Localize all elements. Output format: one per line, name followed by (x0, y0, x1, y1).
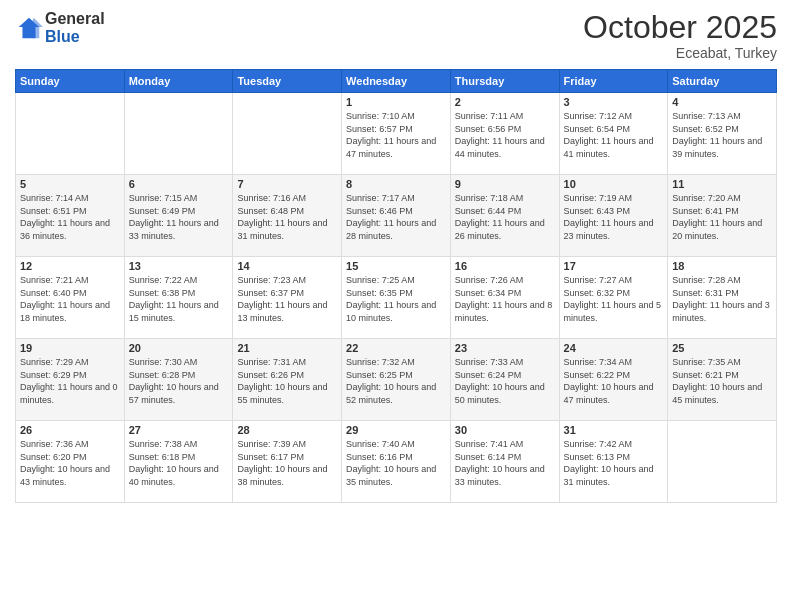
calendar-cell: 15Sunrise: 7:25 AM Sunset: 6:35 PM Dayli… (342, 257, 451, 339)
day-number: 17 (564, 260, 664, 272)
day-number: 21 (237, 342, 337, 354)
day-info: Sunrise: 7:31 AM Sunset: 6:26 PM Dayligh… (237, 356, 337, 406)
day-number: 1 (346, 96, 446, 108)
weekday-header-saturday: Saturday (668, 70, 777, 93)
day-number: 19 (20, 342, 120, 354)
logo: General Blue (15, 10, 105, 45)
day-info: Sunrise: 7:13 AM Sunset: 6:52 PM Dayligh… (672, 110, 772, 160)
calendar-cell: 30Sunrise: 7:41 AM Sunset: 6:14 PM Dayli… (450, 421, 559, 503)
day-info: Sunrise: 7:18 AM Sunset: 6:44 PM Dayligh… (455, 192, 555, 242)
day-number: 6 (129, 178, 229, 190)
day-number: 4 (672, 96, 772, 108)
calendar-cell: 9Sunrise: 7:18 AM Sunset: 6:44 PM Daylig… (450, 175, 559, 257)
day-info: Sunrise: 7:26 AM Sunset: 6:34 PM Dayligh… (455, 274, 555, 324)
day-number: 28 (237, 424, 337, 436)
day-info: Sunrise: 7:16 AM Sunset: 6:48 PM Dayligh… (237, 192, 337, 242)
weekday-header-row: SundayMondayTuesdayWednesdayThursdayFrid… (16, 70, 777, 93)
calendar-week-row: 1Sunrise: 7:10 AM Sunset: 6:57 PM Daylig… (16, 93, 777, 175)
generalblue-logo-icon (15, 14, 43, 42)
day-number: 31 (564, 424, 664, 436)
calendar-cell: 17Sunrise: 7:27 AM Sunset: 6:32 PM Dayli… (559, 257, 668, 339)
day-info: Sunrise: 7:33 AM Sunset: 6:24 PM Dayligh… (455, 356, 555, 406)
calendar-week-row: 5Sunrise: 7:14 AM Sunset: 6:51 PM Daylig… (16, 175, 777, 257)
day-info: Sunrise: 7:36 AM Sunset: 6:20 PM Dayligh… (20, 438, 120, 488)
calendar-cell: 14Sunrise: 7:23 AM Sunset: 6:37 PM Dayli… (233, 257, 342, 339)
day-number: 5 (20, 178, 120, 190)
day-info: Sunrise: 7:22 AM Sunset: 6:38 PM Dayligh… (129, 274, 229, 324)
calendar-cell: 10Sunrise: 7:19 AM Sunset: 6:43 PM Dayli… (559, 175, 668, 257)
day-info: Sunrise: 7:19 AM Sunset: 6:43 PM Dayligh… (564, 192, 664, 242)
month-title: October 2025 (583, 10, 777, 45)
day-number: 25 (672, 342, 772, 354)
day-info: Sunrise: 7:34 AM Sunset: 6:22 PM Dayligh… (564, 356, 664, 406)
day-info: Sunrise: 7:32 AM Sunset: 6:25 PM Dayligh… (346, 356, 446, 406)
day-info: Sunrise: 7:42 AM Sunset: 6:13 PM Dayligh… (564, 438, 664, 488)
day-info: Sunrise: 7:10 AM Sunset: 6:57 PM Dayligh… (346, 110, 446, 160)
calendar-cell: 7Sunrise: 7:16 AM Sunset: 6:48 PM Daylig… (233, 175, 342, 257)
calendar-cell: 21Sunrise: 7:31 AM Sunset: 6:26 PM Dayli… (233, 339, 342, 421)
logo-general: General (45, 10, 105, 28)
day-number: 20 (129, 342, 229, 354)
day-number: 14 (237, 260, 337, 272)
calendar-cell: 8Sunrise: 7:17 AM Sunset: 6:46 PM Daylig… (342, 175, 451, 257)
calendar-cell: 22Sunrise: 7:32 AM Sunset: 6:25 PM Dayli… (342, 339, 451, 421)
calendar-cell: 11Sunrise: 7:20 AM Sunset: 6:41 PM Dayli… (668, 175, 777, 257)
day-number: 29 (346, 424, 446, 436)
day-info: Sunrise: 7:35 AM Sunset: 6:21 PM Dayligh… (672, 356, 772, 406)
day-number: 30 (455, 424, 555, 436)
day-info: Sunrise: 7:14 AM Sunset: 6:51 PM Dayligh… (20, 192, 120, 242)
day-number: 18 (672, 260, 772, 272)
calendar-cell (668, 421, 777, 503)
calendar-cell: 23Sunrise: 7:33 AM Sunset: 6:24 PM Dayli… (450, 339, 559, 421)
day-info: Sunrise: 7:29 AM Sunset: 6:29 PM Dayligh… (20, 356, 120, 406)
day-number: 10 (564, 178, 664, 190)
day-info: Sunrise: 7:17 AM Sunset: 6:46 PM Dayligh… (346, 192, 446, 242)
calendar-cell (124, 93, 233, 175)
day-number: 2 (455, 96, 555, 108)
day-info: Sunrise: 7:39 AM Sunset: 6:17 PM Dayligh… (237, 438, 337, 488)
calendar-cell: 26Sunrise: 7:36 AM Sunset: 6:20 PM Dayli… (16, 421, 125, 503)
weekday-header-wednesday: Wednesday (342, 70, 451, 93)
page: General Blue October 2025 Eceabat, Turke… (0, 0, 792, 612)
day-info: Sunrise: 7:23 AM Sunset: 6:37 PM Dayligh… (237, 274, 337, 324)
weekday-header-friday: Friday (559, 70, 668, 93)
calendar-cell: 13Sunrise: 7:22 AM Sunset: 6:38 PM Dayli… (124, 257, 233, 339)
day-info: Sunrise: 7:11 AM Sunset: 6:56 PM Dayligh… (455, 110, 555, 160)
day-info: Sunrise: 7:25 AM Sunset: 6:35 PM Dayligh… (346, 274, 446, 324)
weekday-header-tuesday: Tuesday (233, 70, 342, 93)
calendar-cell: 18Sunrise: 7:28 AM Sunset: 6:31 PM Dayli… (668, 257, 777, 339)
day-info: Sunrise: 7:27 AM Sunset: 6:32 PM Dayligh… (564, 274, 664, 324)
calendar-cell: 24Sunrise: 7:34 AM Sunset: 6:22 PM Dayli… (559, 339, 668, 421)
day-number: 24 (564, 342, 664, 354)
header: General Blue October 2025 Eceabat, Turke… (15, 10, 777, 61)
calendar-table: SundayMondayTuesdayWednesdayThursdayFrid… (15, 69, 777, 503)
calendar-cell: 27Sunrise: 7:38 AM Sunset: 6:18 PM Dayli… (124, 421, 233, 503)
calendar-cell: 1Sunrise: 7:10 AM Sunset: 6:57 PM Daylig… (342, 93, 451, 175)
day-number: 15 (346, 260, 446, 272)
calendar-cell: 12Sunrise: 7:21 AM Sunset: 6:40 PM Dayli… (16, 257, 125, 339)
calendar-cell: 16Sunrise: 7:26 AM Sunset: 6:34 PM Dayli… (450, 257, 559, 339)
day-info: Sunrise: 7:20 AM Sunset: 6:41 PM Dayligh… (672, 192, 772, 242)
day-number: 3 (564, 96, 664, 108)
weekday-header-thursday: Thursday (450, 70, 559, 93)
calendar-cell: 31Sunrise: 7:42 AM Sunset: 6:13 PM Dayli… (559, 421, 668, 503)
calendar-cell: 3Sunrise: 7:12 AM Sunset: 6:54 PM Daylig… (559, 93, 668, 175)
calendar-cell: 5Sunrise: 7:14 AM Sunset: 6:51 PM Daylig… (16, 175, 125, 257)
title-block: October 2025 Eceabat, Turkey (583, 10, 777, 61)
logo-blue: Blue (45, 28, 105, 46)
calendar-cell (16, 93, 125, 175)
day-number: 7 (237, 178, 337, 190)
location-subtitle: Eceabat, Turkey (583, 45, 777, 61)
logo-text: General Blue (45, 10, 105, 45)
calendar-cell: 25Sunrise: 7:35 AM Sunset: 6:21 PM Dayli… (668, 339, 777, 421)
day-info: Sunrise: 7:15 AM Sunset: 6:49 PM Dayligh… (129, 192, 229, 242)
weekday-header-monday: Monday (124, 70, 233, 93)
day-info: Sunrise: 7:28 AM Sunset: 6:31 PM Dayligh… (672, 274, 772, 324)
calendar-cell: 19Sunrise: 7:29 AM Sunset: 6:29 PM Dayli… (16, 339, 125, 421)
day-number: 12 (20, 260, 120, 272)
day-number: 8 (346, 178, 446, 190)
day-info: Sunrise: 7:38 AM Sunset: 6:18 PM Dayligh… (129, 438, 229, 488)
calendar-cell (233, 93, 342, 175)
calendar-week-row: 26Sunrise: 7:36 AM Sunset: 6:20 PM Dayli… (16, 421, 777, 503)
calendar-week-row: 12Sunrise: 7:21 AM Sunset: 6:40 PM Dayli… (16, 257, 777, 339)
